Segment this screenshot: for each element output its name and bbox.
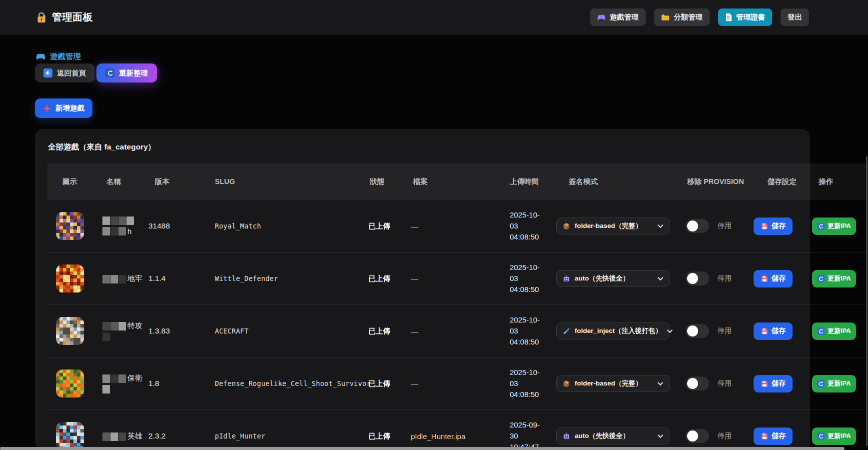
- uploaded-text: 2025-10-03 04:08:50: [510, 314, 548, 347]
- update-ipa-button[interactable]: 更新IPA: [812, 428, 856, 445]
- chevron-down-icon: [657, 276, 664, 281]
- games-panel-title: 全部遊戲（來自 fa_category）: [48, 142, 155, 152]
- back-home-button[interactable]: 返回首頁: [35, 64, 94, 82]
- provision-state-label: 停用: [718, 274, 732, 283]
- robot-icon: [563, 275, 570, 282]
- cell-actions: 更新IPA: [812, 200, 856, 252]
- cell-uploaded: 2025-09-30 10:47:47: [510, 410, 548, 450]
- game-name-visible-text: 保衛: [127, 374, 142, 383]
- provision-state-label: 停用: [718, 379, 732, 388]
- game-name-visible-text: 特攻: [127, 321, 142, 330]
- chevron-down-icon: [657, 382, 664, 386]
- floppy-icon: [761, 328, 768, 335]
- col-header-icon: 圖示: [62, 164, 77, 200]
- censored-block: [118, 275, 126, 284]
- cell-file: —: [411, 252, 418, 304]
- nav-button-label: 分類管理: [674, 12, 703, 22]
- cell-status: 已上傳: [368, 305, 390, 357]
- cell-provision: [686, 252, 709, 304]
- cell-slug: Wittle_Defender: [215, 252, 278, 304]
- version-text: 1.8: [148, 379, 159, 388]
- game-icon: [56, 264, 84, 292]
- update-ipa-label: 更新IPA: [828, 432, 851, 440]
- cell-slug: ACECRAFT: [215, 305, 248, 357]
- sign-mode-select[interactable]: folder-based（完整）: [556, 375, 670, 392]
- cell-file: —: [411, 200, 418, 252]
- save-button[interactable]: 儲存: [754, 322, 793, 340]
- save-button[interactable]: 儲存: [754, 375, 793, 392]
- pen-icon: [563, 328, 570, 335]
- cell-provision-label: 停用: [718, 410, 732, 450]
- status-badge: 已上傳: [368, 222, 390, 231]
- sign-mode-select[interactable]: folder_inject（注入後打包）: [556, 322, 670, 340]
- version-text: 1.1.4: [148, 274, 165, 283]
- update-ipa-button[interactable]: 更新IPA: [812, 375, 856, 392]
- uploaded-text: 2025-10-03 04:08:50: [510, 262, 548, 294]
- game-name-line: 保衛: [102, 374, 142, 383]
- cell-provision-label: 停用: [718, 358, 732, 410]
- provision-toggle[interactable]: [686, 429, 709, 443]
- cell-version: 1.8: [148, 358, 159, 410]
- update-ipa-button[interactable]: 更新IPA: [812, 218, 856, 235]
- sign-mode-value: folder_inject（注入後打包）: [575, 326, 662, 336]
- nav-button-label: 遊戲管理: [610, 12, 639, 22]
- censored-block: [102, 332, 110, 341]
- game-icon: [56, 317, 84, 345]
- games-table: 圖示 名稱 版本 SLUG 狀態 檔案 上傳時間 簽名模式 移除 PROVISI…: [47, 164, 868, 450]
- nav-button-certificates[interactable]: 管理證書: [718, 8, 772, 26]
- gamepad-icon: [36, 54, 45, 60]
- refresh-icon: [817, 328, 825, 335]
- status-badge: 已上傳: [368, 379, 390, 388]
- sign-mode-value: auto（先快後全）: [575, 274, 630, 283]
- refresh-icon: [105, 68, 114, 78]
- sign-mode-value: folder-based（完整）: [575, 379, 642, 388]
- cell-sign-mode: folder_inject（注入後打包）: [556, 305, 670, 357]
- game-name-line: [102, 385, 142, 394]
- cell-icon: [56, 252, 84, 304]
- uploaded-text: 2025-10-03 04:08:50: [510, 367, 548, 400]
- cell-icon: [56, 200, 84, 252]
- admin-page: 管理面板 遊戲管理分類管理管理證書登出 遊戲管理 返回首頁 重新整理 新增遊戲: [0, 0, 868, 450]
- cell-storage: 儲存: [754, 305, 793, 357]
- censored-block: [126, 216, 134, 225]
- provision-toggle[interactable]: [686, 272, 709, 286]
- brand: 管理面板: [36, 10, 93, 24]
- game-name-line: 英雄: [102, 432, 142, 441]
- sign-mode-select[interactable]: auto（先快後全）: [556, 270, 670, 287]
- save-button-label: 儲存: [772, 432, 786, 440]
- horizontal-scrollbar[interactable]: [0, 447, 845, 450]
- cell-version: 1.1.4: [148, 252, 165, 304]
- cell-file: —: [411, 358, 418, 410]
- provision-toggle[interactable]: [686, 376, 709, 390]
- provision-toggle[interactable]: [686, 219, 709, 233]
- sign-mode-select[interactable]: folder-based（完整）: [556, 218, 670, 234]
- cell-slug: Royal_Match: [215, 200, 261, 252]
- refresh-icon: [817, 432, 825, 440]
- save-button[interactable]: 儲存: [754, 428, 793, 445]
- back-home-label: 返回首頁: [57, 68, 86, 78]
- nav-button-logout[interactable]: 登出: [781, 8, 809, 26]
- cell-version: 1.3.83: [148, 305, 170, 357]
- cell-provision: [686, 358, 709, 410]
- update-ipa-button[interactable]: 更新IPA: [812, 322, 856, 340]
- refresh-button[interactable]: 重新整理: [96, 64, 157, 82]
- save-button[interactable]: 儲存: [754, 270, 793, 288]
- nav-button-games[interactable]: 遊戲管理: [590, 8, 646, 26]
- file-text: —: [411, 380, 418, 388]
- refresh-icon: [817, 380, 825, 388]
- cell-slug: pIdle_Hunter: [215, 410, 265, 450]
- save-button[interactable]: 儲存: [754, 218, 793, 235]
- add-game-button[interactable]: 新增遊戲: [35, 98, 92, 118]
- table-row: h31488Royal_Match已上傳—2025-10-03 04:08:50…: [47, 200, 868, 252]
- cell-provision-label: 停用: [718, 305, 732, 357]
- vertical-scrollbar[interactable]: [866, 156, 868, 446]
- col-header-version: 版本: [155, 164, 169, 200]
- provision-toggle[interactable]: [686, 324, 709, 338]
- cell-uploaded: 2025-10-03 04:08:50: [510, 358, 548, 410]
- sign-mode-select[interactable]: auto（先快後全）: [556, 428, 670, 444]
- cell-uploaded: 2025-10-03 04:08:50: [510, 200, 548, 252]
- update-ipa-button[interactable]: 更新IPA: [812, 270, 856, 288]
- nav-button-categories[interactable]: 分類管理: [654, 8, 710, 26]
- update-ipa-label: 更新IPA: [828, 222, 851, 230]
- section-buttons: 返回首頁 重新整理: [35, 64, 157, 82]
